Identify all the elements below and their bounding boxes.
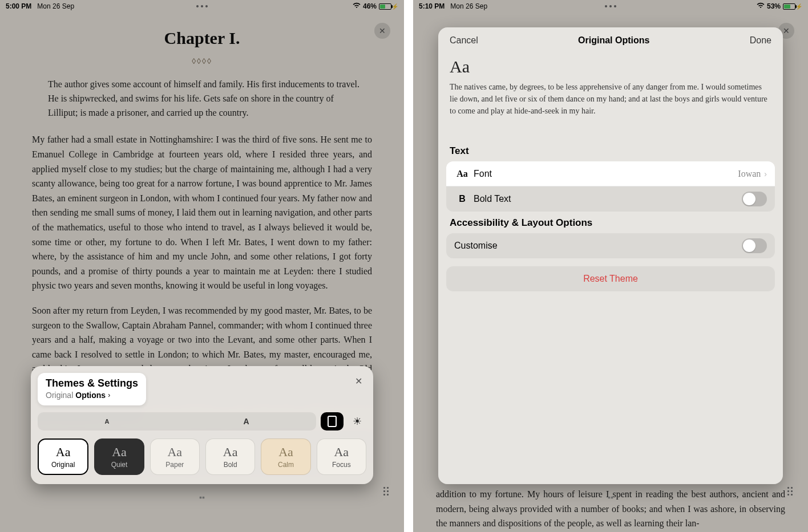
layout-toggle[interactable]: [321, 412, 344, 431]
theme-focus[interactable]: Aa Focus: [317, 438, 366, 475]
customise-toggle[interactable]: [742, 238, 767, 253]
theme-calm[interactable]: Aa Calm: [261, 438, 310, 475]
menu-icon[interactable]: [379, 484, 393, 498]
preview-sample-aa: Aa: [450, 57, 771, 76]
text-size-segmented[interactable]: A A: [38, 412, 316, 431]
customise-label: Customise: [454, 241, 498, 251]
theme-paper[interactable]: Aa Paper: [150, 438, 200, 475]
font-row[interactable]: Aa Font Iowan ›: [446, 161, 775, 186]
themes-settings-popup: Themes & Settings Original Options › ✕ A…: [31, 366, 373, 484]
chevron-right-icon: ›: [108, 391, 110, 399]
bold-text-label: Bold Text: [474, 194, 511, 204]
bold-text-row[interactable]: B Bold Text: [446, 186, 775, 212]
brightness-icon[interactable]: ☀: [348, 412, 366, 431]
modal-title: Original Options: [578, 35, 649, 46]
text-size-large[interactable]: A: [243, 417, 249, 426]
theme-bold[interactable]: Aa Bold: [205, 438, 255, 475]
close-icon[interactable]: ✕: [350, 373, 366, 389]
font-icon: Aa: [454, 169, 470, 179]
themes-sub-prefix: Original: [46, 391, 73, 400]
bold-icon: B: [454, 194, 470, 204]
preview-area: Aa The natives came, by degrees, to be l…: [438, 54, 783, 140]
left-screenshot: 5:00 PM Mon 26 Sep 46% ⚡ ✕ Chapter I. ◊◊…: [0, 0, 404, 532]
section-label-accessibility: Accessibility & Layout Options: [438, 212, 783, 233]
menu-icon[interactable]: [783, 484, 797, 498]
accessibility-group: Customise: [446, 233, 775, 258]
font-value: Iowan: [738, 169, 761, 179]
chevron-right-icon: ›: [764, 169, 767, 178]
themes-title: Themes & Settings: [46, 377, 138, 389]
themes-subtitle[interactable]: Original Options ›: [46, 391, 138, 400]
page-handle[interactable]: ▪▪: [602, 494, 619, 500]
page-handle[interactable]: ▪▪: [193, 494, 211, 500]
themes-title-card[interactable]: Themes & Settings Original Options ›: [38, 373, 146, 405]
theme-original[interactable]: Aa Original: [38, 438, 88, 475]
modal-toolbar: Cancel Original Options Done: [438, 27, 783, 54]
customise-row[interactable]: Customise: [446, 233, 775, 258]
reset-theme-button[interactable]: Reset Theme: [446, 266, 775, 291]
original-options-modal: Cancel Original Options Done Aa The nati…: [438, 27, 783, 484]
bold-text-toggle[interactable]: [742, 192, 767, 206]
text-size-small[interactable]: A: [104, 418, 109, 425]
preview-sample-text: The natives came, by degrees, to be less…: [450, 81, 771, 117]
theme-quiet[interactable]: Aa Quiet: [94, 438, 144, 475]
section-label-text: Text: [438, 140, 783, 161]
text-settings-group: Aa Font Iowan › B Bold Text: [446, 161, 775, 212]
themes-sub-options: Options: [75, 391, 106, 400]
done-button[interactable]: Done: [750, 35, 771, 46]
font-label: Font: [474, 169, 492, 179]
cancel-button[interactable]: Cancel: [450, 35, 478, 46]
right-screenshot: 5:10 PM Mon 26 Sep 53% ⚡ ✕ addition to m…: [404, 0, 808, 532]
